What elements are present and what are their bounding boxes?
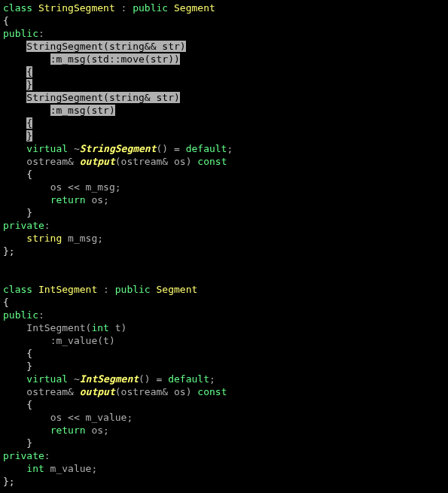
keyword-public: public	[133, 2, 168, 14]
selected-brace: {	[26, 117, 32, 129]
brace: };	[3, 476, 15, 487]
output-sig: ostream& output(ostream& os) const	[26, 386, 227, 397]
keyword-public: public	[115, 284, 151, 295]
base-class: Segment	[174, 2, 215, 14]
access-label: private:	[3, 220, 50, 231]
dtor-line: virtual ~StringSegment() = default;	[26, 143, 233, 154]
code-block: class StringSegment : public Segment { p…	[0, 0, 448, 489]
selected-ctor-init: :m_msg(str)	[50, 105, 115, 116]
keyword-class: class	[3, 284, 32, 295]
selected-brace: }	[26, 130, 32, 142]
keyword-class: class	[3, 2, 32, 14]
selected-ctor-sig: StringSegment(string& str)	[26, 92, 180, 103]
class-name: StringSegment	[38, 2, 115, 14]
field: string m_msg;	[26, 233, 103, 244]
brace: {	[3, 297, 9, 308]
selected-brace: {	[26, 66, 32, 78]
selected-ctor-sig: StringSegment(string&& str)	[26, 41, 185, 52]
dtor-line: virtual ~IntSegment() = default;	[26, 373, 215, 385]
ctor-sig: IntSegment(int t)	[26, 322, 126, 333]
ctor-init: :m_value(t)	[50, 335, 115, 346]
output-body: os << m_value;	[50, 412, 133, 423]
brace: {	[26, 399, 32, 410]
brace: };	[3, 245, 15, 257]
line: class StringSegment : public Segment	[3, 2, 215, 14]
dtor-name: IntSegment	[80, 373, 139, 385]
base-class: Segment	[157, 284, 198, 295]
brace: }	[26, 207, 32, 218]
output-body: os << m_msg;	[50, 181, 121, 193]
access-label: public:	[3, 28, 44, 39]
class-name: IntSegment	[38, 284, 97, 295]
field: int m_value;	[26, 463, 97, 474]
output-return: return os;	[50, 194, 109, 205]
colon: :	[115, 2, 133, 14]
brace: }	[26, 437, 32, 449]
dtor-name: StringSegment	[80, 143, 157, 154]
output-name: output	[80, 156, 115, 167]
brace: {	[26, 169, 32, 180]
selected-ctor-init: :m_msg(std::move(str))	[50, 53, 180, 65]
brace: {	[26, 348, 32, 359]
output-sig: ostream& output(ostream& os) const	[26, 156, 227, 167]
colon: :	[97, 284, 114, 295]
line: class IntSegment : public Segment	[3, 284, 197, 295]
brace: }	[26, 361, 32, 372]
access-label: public:	[3, 309, 44, 321]
output-name: output	[80, 386, 115, 397]
selected-brace: }	[26, 79, 32, 90]
access-label: private:	[3, 450, 50, 461]
output-return: return os;	[50, 425, 109, 436]
brace: {	[3, 15, 9, 26]
